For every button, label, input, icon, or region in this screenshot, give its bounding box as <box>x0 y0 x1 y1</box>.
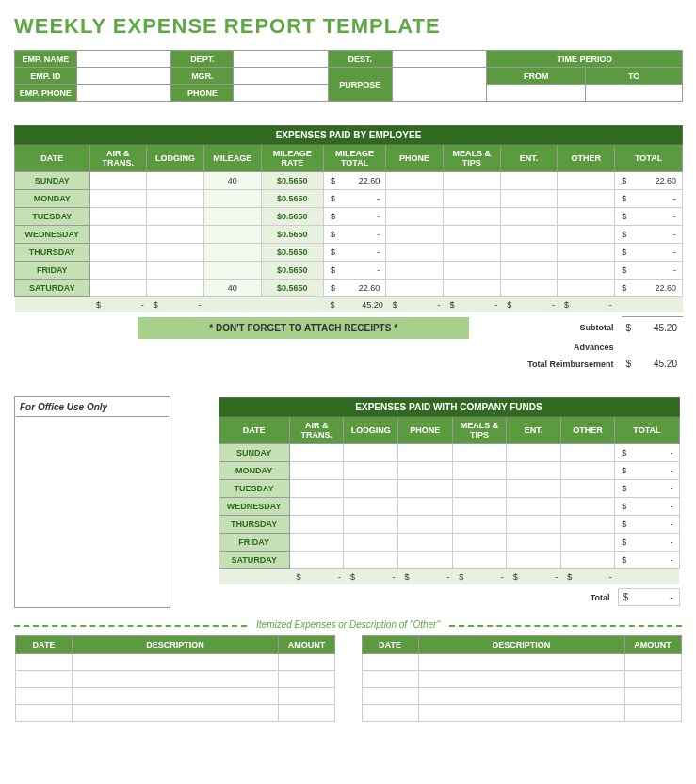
meals-cell[interactable] <box>452 444 507 462</box>
emp-phone-cell[interactable] <box>76 85 171 102</box>
item-cell[interactable] <box>362 653 418 670</box>
item-cell[interactable] <box>624 670 681 687</box>
air-cell[interactable] <box>89 172 147 190</box>
lodging-cell[interactable] <box>147 262 204 280</box>
ent-cell[interactable] <box>507 516 561 534</box>
other-cell[interactable] <box>558 208 615 226</box>
lodging-cell[interactable] <box>344 516 398 534</box>
mileage-cell[interactable] <box>203 244 261 262</box>
air-cell[interactable] <box>89 262 147 280</box>
air-cell[interactable] <box>289 516 344 534</box>
lodging-cell[interactable] <box>147 208 204 226</box>
mileage-cell[interactable] <box>203 226 261 244</box>
item-cell[interactable] <box>279 687 335 704</box>
lodging-cell[interactable] <box>344 462 398 480</box>
from-cell[interactable] <box>487 85 586 102</box>
air-cell[interactable] <box>289 462 344 480</box>
item-cell[interactable] <box>16 670 73 687</box>
other-cell[interactable] <box>558 262 615 280</box>
air-cell[interactable] <box>89 226 147 244</box>
other-cell[interactable] <box>560 516 615 534</box>
air-cell[interactable] <box>89 280 147 297</box>
meals-cell[interactable] <box>452 552 507 569</box>
lodging-cell[interactable] <box>147 226 204 244</box>
other-cell[interactable] <box>558 190 615 208</box>
mileage-cell[interactable] <box>203 190 261 208</box>
phone-cell[interactable] <box>398 444 453 462</box>
phone-cell[interactable] <box>398 516 453 534</box>
phone-cell[interactable] <box>386 208 444 226</box>
mileage-cell[interactable]: 40 <box>203 280 261 297</box>
item-cell[interactable] <box>16 704 73 721</box>
lodging-cell[interactable] <box>344 444 398 462</box>
ent-cell[interactable] <box>507 462 561 480</box>
ent-cell[interactable] <box>500 262 558 280</box>
phone-cell[interactable] <box>386 226 444 244</box>
lodging-cell[interactable] <box>147 244 204 262</box>
item-cell[interactable] <box>624 653 681 670</box>
other-cell[interactable] <box>560 444 615 462</box>
lodging-cell[interactable] <box>344 552 398 569</box>
advances-value[interactable] <box>622 339 683 356</box>
mgr-cell[interactable] <box>234 68 329 85</box>
lodging-cell[interactable] <box>147 190 204 208</box>
item-cell[interactable] <box>279 653 335 670</box>
ent-cell[interactable] <box>500 244 558 262</box>
to-cell[interactable] <box>586 85 683 102</box>
dept-cell[interactable] <box>234 51 329 68</box>
phone-cell[interactable] <box>398 480 453 498</box>
item-cell[interactable] <box>624 687 681 704</box>
phone-cell[interactable] <box>386 190 444 208</box>
ent-cell[interactable] <box>500 226 558 244</box>
other-cell[interactable] <box>560 498 615 516</box>
meals-cell[interactable] <box>443 280 500 297</box>
other-cell[interactable] <box>560 534 615 552</box>
lodging-cell[interactable] <box>147 280 204 297</box>
dest-cell[interactable] <box>392 51 487 68</box>
air-cell[interactable] <box>89 244 147 262</box>
air-cell[interactable] <box>289 480 344 498</box>
item-cell[interactable] <box>624 704 681 721</box>
other-cell[interactable] <box>558 280 615 297</box>
ent-cell[interactable] <box>500 190 558 208</box>
ent-cell[interactable] <box>507 534 561 552</box>
meals-cell[interactable] <box>443 262 500 280</box>
phone-cell[interactable] <box>398 552 453 569</box>
air-cell[interactable] <box>289 498 344 516</box>
meals-cell[interactable] <box>443 226 500 244</box>
item-cell[interactable] <box>73 670 279 687</box>
phone-cell[interactable] <box>386 244 444 262</box>
meals-cell[interactable] <box>452 498 507 516</box>
ent-cell[interactable] <box>507 444 561 462</box>
item-cell[interactable] <box>279 670 335 687</box>
lodging-cell[interactable] <box>344 534 398 552</box>
mileage-cell[interactable]: 40 <box>203 172 261 190</box>
lodging-cell[interactable] <box>147 172 204 190</box>
phone-cell[interactable] <box>398 534 453 552</box>
phone-cell[interactable] <box>386 280 444 297</box>
item-cell[interactable] <box>362 704 418 721</box>
item-cell[interactable] <box>362 670 418 687</box>
other-cell[interactable] <box>560 480 615 498</box>
ent-cell[interactable] <box>507 498 561 516</box>
item-cell[interactable] <box>73 653 279 670</box>
emp-name-cell[interactable] <box>76 51 171 68</box>
other-cell[interactable] <box>558 172 615 190</box>
meals-cell[interactable] <box>443 172 500 190</box>
item-cell[interactable] <box>73 704 279 721</box>
air-cell[interactable] <box>89 190 147 208</box>
meals-cell[interactable] <box>443 190 500 208</box>
phone-cell[interactable] <box>234 85 329 102</box>
air-cell[interactable] <box>289 534 344 552</box>
air-cell[interactable] <box>89 208 147 226</box>
lodging-cell[interactable] <box>344 498 398 516</box>
ent-cell[interactable] <box>500 208 558 226</box>
air-cell[interactable] <box>289 444 344 462</box>
lodging-cell[interactable] <box>344 480 398 498</box>
meals-cell[interactable] <box>452 516 507 534</box>
meals-cell[interactable] <box>452 534 507 552</box>
phone-cell[interactable] <box>398 462 453 480</box>
item-cell[interactable] <box>279 704 335 721</box>
other-cell[interactable] <box>558 226 615 244</box>
other-cell[interactable] <box>560 462 615 480</box>
